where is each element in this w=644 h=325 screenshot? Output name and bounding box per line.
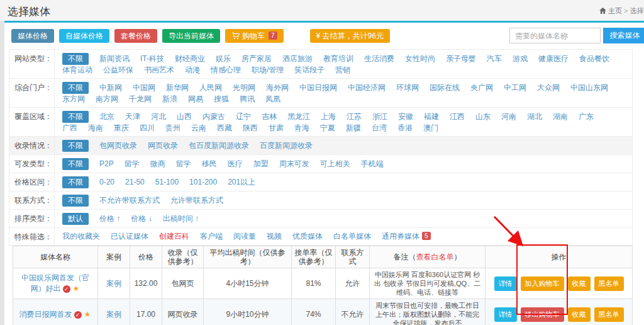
filter-option[interactable]: 东方网 — [62, 94, 85, 105]
filter-option[interactable]: 台湾 — [372, 123, 387, 134]
filter-option[interactable]: 广东 — [579, 111, 594, 122]
filter-option[interactable]: 新疆 — [346, 123, 361, 134]
filter-option[interactable]: 海外网 — [266, 83, 289, 93]
filter-option[interactable]: 央广网 — [470, 83, 493, 93]
filter-option[interactable]: 中国经济网 — [348, 83, 386, 93]
cart-button[interactable]: 购物车7 — [225, 29, 284, 43]
package-price-button[interactable]: 套餐价格 — [114, 29, 157, 43]
self-media-price-button[interactable]: 自媒体价格 — [59, 29, 109, 43]
filter-option[interactable]: 允许带联系方式 — [170, 195, 223, 206]
filter-option[interactable]: 湖北 — [527, 111, 542, 122]
filter-option[interactable]: 光明网 — [233, 83, 255, 93]
filter-option[interactable]: 动漫 — [185, 65, 200, 76]
favorite-button[interactable]: 收藏 — [568, 307, 591, 322]
filter-option[interactable]: 营销 — [335, 65, 350, 76]
filter-option[interactable]: 浙江 — [372, 111, 387, 122]
filter-option[interactable]: 香港 — [397, 123, 413, 134]
filter-option[interactable]: 海南 — [88, 123, 103, 134]
filter-option[interactable]: 移民 — [202, 159, 217, 169]
filter-option[interactable]: 中工网 — [504, 83, 526, 93]
filter-option[interactable]: 吉林 — [262, 111, 277, 122]
filter-option[interactable]: 21-50 — [125, 177, 145, 188]
filter-option[interactable]: 新浪 — [162, 94, 177, 105]
filter-option[interactable]: 河南 — [501, 111, 516, 122]
filter-option[interactable]: 福建 — [424, 111, 439, 122]
search-input[interactable] — [509, 28, 601, 43]
filter-option[interactable]: 教育培训 — [323, 54, 353, 64]
filter-option[interactable]: 澳门 — [423, 123, 438, 134]
filter-option[interactable]: 情感心理 — [211, 65, 241, 76]
filter-option[interactable]: 新闻资讯 — [99, 54, 130, 64]
filter-option[interactable]: 出稿时间 ↑ — [163, 214, 199, 224]
export-current-media-button[interactable]: 导出当前媒体 — [162, 29, 220, 43]
filter-option[interactable]: 食品餐饮 — [579, 54, 609, 64]
filter-option[interactable]: 医疗 — [228, 159, 243, 169]
filter-option[interactable]: 白名单媒体 — [333, 231, 371, 242]
filter-option[interactable]: 四川 — [140, 123, 155, 134]
filter-option[interactable]: 江西 — [450, 111, 465, 122]
search-button[interactable]: 搜索媒体 — [603, 28, 644, 43]
filter-option[interactable]: 不限 — [62, 140, 89, 152]
filter-option[interactable]: 网易 — [188, 94, 203, 105]
breadcrumb-home[interactable]: 主页 — [608, 7, 622, 14]
add-to-cart-button[interactable]: 加入购物车 — [521, 277, 564, 291]
filter-option[interactable]: 体育运动 — [62, 65, 92, 76]
filter-option[interactable]: 视频 — [267, 231, 282, 242]
filter-option[interactable]: 腾讯 — [240, 94, 255, 105]
filter-option[interactable]: 千龙网 — [129, 94, 152, 105]
filter-option[interactable]: 51-100 — [155, 177, 179, 188]
filter-option[interactable]: 可上相关 — [320, 159, 350, 169]
filter-option[interactable]: 黑龙江 — [287, 111, 310, 122]
detail-button[interactable]: 详情 — [494, 307, 517, 322]
filter-option[interactable]: 价格 ↑ — [99, 214, 120, 224]
filter-option[interactable]: 甘肃 — [269, 123, 284, 134]
filter-option[interactable]: 云南 — [191, 123, 206, 134]
filter-option[interactable]: 广西 — [62, 123, 77, 134]
filter-option[interactable]: 健康医疗 — [538, 54, 569, 64]
filter-option[interactable]: 人民网 — [199, 83, 222, 93]
blacklist-button[interactable]: 黑名单 — [594, 277, 624, 291]
filter-option[interactable]: 北京 — [99, 111, 114, 122]
filter-option[interactable]: 阅读量 — [233, 231, 256, 242]
filter-option[interactable]: 中国山东网 — [570, 83, 608, 93]
filter-option[interactable]: 创建百科 — [159, 231, 189, 242]
view-whitelist-link[interactable]: 查看白名单 — [416, 253, 454, 261]
filter-option[interactable]: 0-20 — [99, 177, 114, 188]
filter-option[interactable]: 女性时尚 — [405, 54, 435, 64]
filter-option[interactable]: 南方网 — [96, 94, 118, 105]
case-link[interactable]: 案例 — [106, 279, 121, 288]
filter-option[interactable]: 不限 — [62, 53, 89, 65]
filter-option[interactable]: 周末可发 — [279, 159, 309, 169]
filter-option[interactable]: 江苏 — [347, 111, 362, 122]
filter-option[interactable]: 留学 — [125, 159, 140, 169]
filter-option[interactable]: 不允许带联系方式 — [99, 195, 160, 206]
filter-option[interactable]: 包百度新闻源收录 — [189, 140, 249, 151]
filter-option[interactable]: 中国日报网 — [299, 83, 337, 93]
filter-option[interactable]: 娱乐 — [216, 54, 231, 64]
filter-option[interactable]: 重庆 — [114, 123, 129, 134]
filter-option[interactable]: 上海 — [321, 111, 336, 122]
filter-option[interactable]: 生活消费 — [364, 54, 394, 64]
filter-option[interactable]: 青海 — [294, 123, 309, 134]
filter-option[interactable]: 搜狐 — [214, 94, 229, 105]
filter-option[interactable]: 宁夏 — [320, 123, 335, 134]
filter-option[interactable]: 中国网 — [133, 83, 155, 93]
media-price-button[interactable]: 媒体价格 — [11, 29, 54, 43]
filter-option[interactable]: 环球网 — [396, 83, 419, 93]
filter-option[interactable]: 通用券媒体5 — [382, 231, 431, 242]
filter-option[interactable]: 优质媒体 — [292, 231, 323, 242]
filter-option[interactable]: 百度新闻源收录 — [260, 140, 313, 151]
filter-option[interactable]: 已认证媒体 — [111, 231, 148, 242]
filter-option[interactable]: 微商 — [150, 159, 165, 169]
filter-option[interactable]: 内蒙古 — [203, 111, 225, 122]
filter-option[interactable]: 默认 — [62, 213, 89, 225]
filter-option[interactable]: 网页收录 — [148, 140, 178, 151]
filter-option[interactable]: 酒店旅游 — [282, 54, 313, 64]
filter-option[interactable]: 西藏 — [217, 123, 232, 134]
filter-option[interactable]: 留学 — [176, 159, 191, 169]
case-link[interactable]: 案例 — [106, 310, 121, 319]
filter-option[interactable]: 房产家居 — [242, 54, 272, 64]
filter-option[interactable]: 不限 — [62, 176, 89, 188]
filter-option[interactable]: 亲子母婴 — [446, 54, 476, 64]
filter-option[interactable]: 笑话段子 — [294, 65, 325, 76]
